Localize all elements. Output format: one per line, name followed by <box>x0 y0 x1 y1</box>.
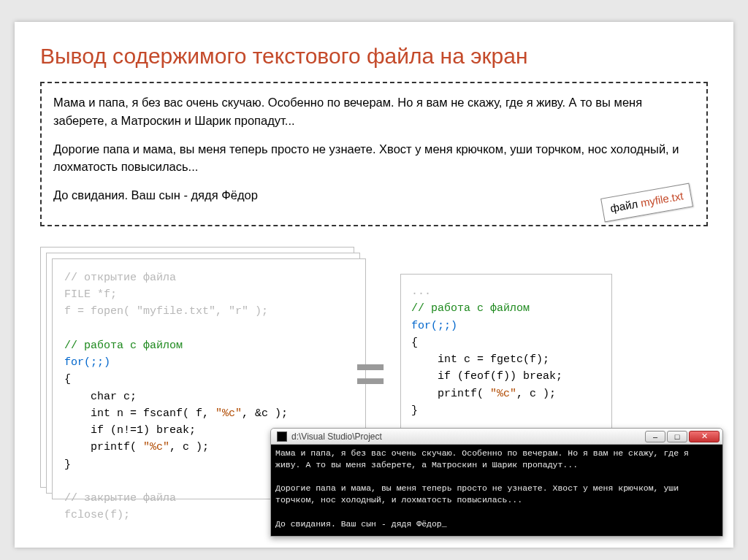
console-title: d:\Visual Studio\Project <box>291 431 645 442</box>
console-icon <box>277 431 287 442</box>
close-button[interactable]: ✕ <box>689 431 720 442</box>
maximize-button[interactable]: □ <box>667 431 687 442</box>
slide: Вывод содержимого текстового файла на эк… <box>15 22 733 548</box>
console-output: Мама и папа, я без вас очень скучаю. Осо… <box>271 445 722 536</box>
code-card-alt: ... // работа с файлом for(;;) { int c =… <box>400 274 612 445</box>
minimize-button[interactable]: – <box>645 431 665 442</box>
file-paragraph: Мама и папа, я без вас очень скучаю. Осо… <box>53 93 695 130</box>
slide-title: Вывод содержимого текстового файла на эк… <box>40 44 708 69</box>
console-window: d:\Visual Studio\Project – □ ✕ Мама и па… <box>270 428 723 537</box>
file-paragraph: Дорогие папа и мама, вы меня теперь прос… <box>53 140 695 177</box>
console-titlebar: d:\Visual Studio\Project – □ ✕ <box>271 429 722 445</box>
file-paragraph: До свидания. Ваш сын - дядя Фёдор <box>53 186 695 204</box>
window-buttons: – □ ✕ <box>645 431 720 442</box>
code-block-2: ... // работа с файлом for(;;) { int c =… <box>411 283 601 436</box>
file-content-box: Мама и папа, я без вас очень скучаю. Осо… <box>40 82 708 226</box>
equals-sign: = <box>355 358 386 389</box>
